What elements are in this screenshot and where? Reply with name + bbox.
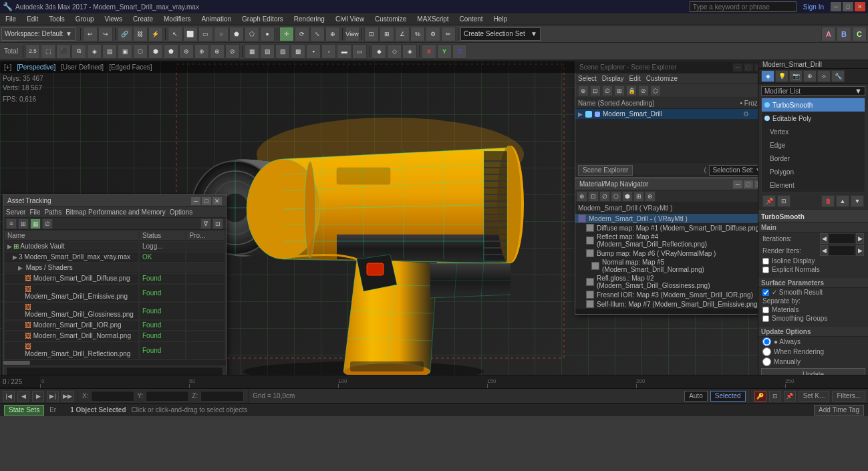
table-row[interactable]: Reflect map: Map #4 (Modern_Smart_Drill_… — [575, 232, 758, 249]
edit-named-sel[interactable]: ✏ — [441, 27, 456, 41]
workspace-dropdown[interactable]: Workspace: Default ▼ — [1, 27, 76, 41]
window-crossing[interactable]: ⬚ — [41, 44, 55, 59]
panel-icon-spacewarp[interactable]: ⟡ — [817, 70, 831, 82]
selection-set-dropdown[interactable]: Selection Set: ▼ — [709, 165, 758, 176]
scene-btn3[interactable]: ∅ — [602, 86, 613, 96]
scene-menu-display[interactable]: Display — [602, 75, 624, 82]
mat-btn4[interactable]: ⬡ — [611, 191, 621, 202]
asset-col-status[interactable]: Status — [140, 231, 185, 241]
asset-maximize[interactable]: □ — [202, 197, 211, 205]
scene-name-col[interactable]: Name (Sorted Ascending) — [575, 98, 714, 108]
move-button[interactable]: ✛ — [279, 27, 294, 41]
minimize-button[interactable]: ─ — [831, 2, 841, 11]
render-iters-input[interactable]: 2 — [829, 247, 855, 255]
scene-footer-btn[interactable]: Scene Explorer — [578, 165, 633, 176]
next-keyframe[interactable]: ▶| — [47, 391, 59, 402]
table-row[interactable]: Fresnel IOR: Map #3 (Modern_Smart_Drill_… — [575, 290, 758, 299]
select-region-rect[interactable]: ▭ — [198, 27, 213, 41]
menu-edit[interactable]: Edit — [24, 15, 41, 23]
pivot-button[interactable]: ⊡ — [364, 27, 379, 41]
asset-minimize[interactable]: ─ — [191, 197, 200, 205]
scene-btn7[interactable]: ⬡ — [650, 86, 661, 96]
angle-snap[interactable]: ∠ — [395, 27, 410, 41]
tool-d2[interactable]: ◇ — [387, 44, 402, 59]
select-name-button[interactable]: ⬜ — [183, 27, 198, 41]
key-filter-btn[interactable]: ⊡ — [769, 391, 781, 402]
play-back[interactable]: ◀ — [17, 391, 29, 402]
render-frame[interactable]: ▤ — [102, 44, 117, 59]
mat-btn7[interactable]: ⊛ — [645, 191, 656, 202]
modifier-turbosmooth[interactable]: TurboSmooth — [762, 98, 865, 112]
menu-civil-view[interactable]: Civil View — [333, 15, 367, 23]
isoline-checkbox[interactable] — [762, 258, 769, 265]
menu-rendering[interactable]: Rendering — [291, 15, 327, 23]
always-radio[interactable] — [762, 337, 771, 346]
tool-b4[interactable]: ⊛ — [179, 44, 194, 59]
mat-btn1[interactable]: ⊕ — [577, 191, 587, 202]
manually-radio[interactable] — [762, 357, 771, 366]
modifier-up[interactable]: ▲ — [836, 195, 849, 207]
select-all[interactable]: ⧉ — [71, 44, 86, 59]
scene-btn5[interactable]: 🔒 — [626, 86, 637, 96]
scene-menu-select[interactable]: Select — [578, 75, 597, 82]
render-btn2[interactable]: ▣ — [118, 44, 132, 59]
menu-group[interactable]: Group — [73, 15, 97, 23]
select-button[interactable]: ↖ — [168, 27, 182, 41]
tool-b3[interactable]: ⬟ — [164, 44, 178, 59]
menu-create[interactable]: Create — [130, 15, 156, 23]
mat-scrollbar[interactable] — [575, 309, 758, 314]
menu-help[interactable]: Help — [491, 15, 511, 23]
smoothing-groups-checkbox[interactable] — [762, 315, 769, 322]
tool-c3[interactable]: ▨ — [275, 44, 290, 59]
tool-c1[interactable]: ▦ — [245, 44, 259, 59]
selection-set-container[interactable]: Create Selection Set ▼ — [460, 27, 541, 41]
iterations-input[interactable]: 0 — [829, 235, 855, 243]
scene-menu-edit[interactable]: Edit — [629, 75, 641, 82]
scene-btn4[interactable]: ⊞ — [614, 86, 625, 96]
modifier-editable-poly[interactable]: Editable Poly — [762, 112, 865, 125]
asset-btn1[interactable]: ≡ — [6, 218, 17, 229]
mat-minimize[interactable]: ─ — [733, 180, 742, 188]
y-coord-input[interactable]: 0,09cm — [146, 391, 189, 402]
z-constraint[interactable]: Z — [452, 44, 467, 59]
y-constraint[interactable]: Y — [437, 44, 452, 59]
auto-key-button[interactable]: Auto — [684, 391, 708, 402]
menu-modifiers[interactable]: Modifiers — [161, 15, 194, 23]
unlink-button[interactable]: ⛓ — [133, 27, 148, 41]
iterations-up[interactable]: ▶ — [856, 233, 864, 244]
scale-button[interactable]: ⤡ — [310, 27, 325, 41]
asset-btn6[interactable]: ⊡ — [212, 218, 223, 229]
tool-d1[interactable]: ◆ — [372, 44, 386, 59]
menu-animation[interactable]: Animation — [199, 15, 234, 23]
scene-frozen-col[interactable]: • Frozen — [714, 98, 758, 108]
panel-icon-shape[interactable]: ◈ — [761, 70, 774, 82]
x-constraint[interactable]: X — [422, 44, 436, 59]
mat-btn2[interactable]: ⊡ — [588, 191, 599, 202]
asset-btn5[interactable]: ∇ — [200, 218, 211, 229]
panel-icon-util[interactable]: 🔧 — [831, 70, 845, 82]
mat-btn5[interactable]: ⬢ — [622, 191, 633, 202]
modifier-list-dropdown[interactable]: Modifier List ▼ — [761, 86, 865, 96]
tool-c6[interactable]: ▫ — [321, 44, 336, 59]
select-region-paint[interactable]: ● — [260, 27, 275, 41]
modifier-pin[interactable]: 📌 — [762, 195, 776, 207]
asset-menu-options[interactable]: Options — [170, 208, 192, 216]
mat-close[interactable]: ✕ — [754, 180, 758, 188]
x-coord-input[interactable]: 0,445cm — [91, 391, 134, 402]
snap-2d[interactable]: 2.5 — [25, 44, 40, 59]
title-bar-controls[interactable]: Sign In ─ □ ✕ — [690, 1, 865, 12]
select-filter[interactable]: ⬛ — [56, 44, 71, 59]
modifier-delete[interactable]: 🗑 — [821, 195, 835, 207]
asset-btn2[interactable]: ⊞ — [18, 218, 29, 229]
modifier-element[interactable]: Element — [762, 178, 865, 192]
asset-menu-paths[interactable]: Paths — [45, 208, 62, 216]
panel-icon-camera[interactable]: 📷 — [789, 70, 803, 82]
when-rendering-radio[interactable] — [762, 347, 771, 356]
select-region-circle[interactable]: ○ — [214, 27, 229, 41]
tool-d3[interactable]: ◈ — [402, 44, 417, 59]
prev-keyframe[interactable]: |◀ — [3, 391, 15, 402]
filters-btn[interactable]: Filters... — [832, 391, 865, 402]
modifier-down[interactable]: ▼ — [851, 195, 864, 207]
tool-b2[interactable]: ⬢ — [148, 44, 163, 59]
table-row[interactable]: Modern_Smart_Drill - ( VRayMtl ) — [575, 214, 758, 223]
